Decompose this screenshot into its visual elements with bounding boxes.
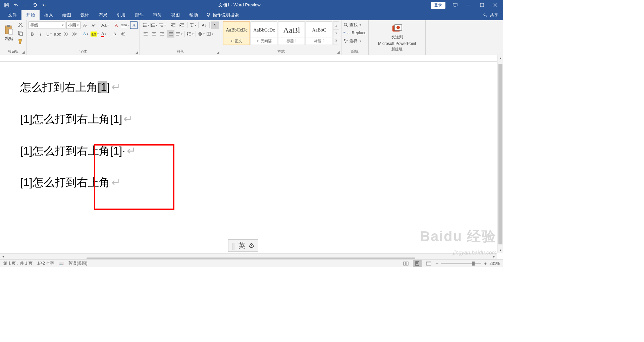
style-item-3[interactable]: AaBbC标题 2 xyxy=(306,21,332,45)
strike-button[interactable]: abc xyxy=(54,30,61,38)
tab-references[interactable]: 引用 xyxy=(112,10,130,20)
scroll-up-icon[interactable]: ▴ xyxy=(497,55,503,61)
scroll-thumb[interactable] xyxy=(498,64,502,244)
zoom-thumb[interactable] xyxy=(472,262,475,266)
zoom-out-icon[interactable]: − xyxy=(436,261,438,266)
shrink-font-icon[interactable]: A▾ xyxy=(90,21,97,29)
tell-me-search[interactable]: 操作说明搜索 xyxy=(206,12,239,18)
view-print-icon[interactable] xyxy=(413,260,422,267)
paragraph-0[interactable]: 怎么打到右上角[1]↵ xyxy=(20,78,477,96)
font-size-combo[interactable]: 小四▾ xyxy=(66,21,80,29)
scroll-left-icon[interactable]: ◂ xyxy=(0,253,6,260)
highlight-icon[interactable]: ab xyxy=(90,30,99,38)
share-button[interactable]: 共享 xyxy=(490,12,498,18)
styles-down-icon[interactable]: ▾ xyxy=(333,30,339,37)
close-icon[interactable] xyxy=(489,0,502,10)
style-item-0[interactable]: AaBbCcDc↵ 正文 xyxy=(223,21,250,45)
styles-up-icon[interactable]: ▴ xyxy=(333,22,339,30)
select-button[interactable]: 选择▾ xyxy=(343,38,366,44)
paste-button[interactable]: 粘贴 xyxy=(2,21,16,44)
format-painter-icon[interactable] xyxy=(17,38,24,45)
enclose-char-icon[interactable]: ㊕ xyxy=(119,30,127,38)
show-marks-icon[interactable]: ¶ xyxy=(211,21,219,29)
indent-dec-icon[interactable] xyxy=(170,21,177,29)
save-icon[interactable] xyxy=(3,1,11,9)
minimize-icon[interactable] xyxy=(462,0,475,10)
undo-dropdown[interactable] xyxy=(21,1,30,9)
italic-button[interactable]: I xyxy=(37,30,44,38)
copy-icon[interactable] xyxy=(17,30,24,37)
underline-button[interactable]: U xyxy=(45,30,53,38)
spellcheck-icon[interactable]: 📖 xyxy=(59,261,64,266)
text-direction-icon[interactable] xyxy=(189,21,197,29)
style-item-2[interactable]: AaBl标题 1 xyxy=(278,21,305,45)
zoom-slider[interactable] xyxy=(441,263,481,264)
styles-more-icon[interactable]: ⊻ xyxy=(333,37,339,45)
paragraph-1[interactable]: [1]怎么打到右上角[1]↵ xyxy=(20,110,477,128)
sort-icon[interactable]: A↓ xyxy=(200,21,208,29)
tab-view[interactable]: 视图 xyxy=(166,10,184,20)
indent-inc-icon[interactable] xyxy=(178,21,185,29)
maximize-icon[interactable] xyxy=(476,0,488,10)
subscript-button[interactable]: X2 xyxy=(62,30,70,38)
align-right-icon[interactable] xyxy=(159,30,166,38)
borders-icon[interactable] xyxy=(206,30,213,38)
align-center-icon[interactable] xyxy=(150,30,158,38)
multilevel-icon[interactable] xyxy=(159,21,166,29)
align-left-icon[interactable] xyxy=(142,30,149,38)
ime-settings-icon[interactable]: ⚙ xyxy=(249,242,255,250)
justify-icon[interactable] xyxy=(167,30,174,38)
tab-help[interactable]: 帮助 xyxy=(184,10,203,20)
document-page[interactable]: 怎么打到右上角[1]↵[1]怎么打到右上角[1]↵[1]怎么打到右上角[1]·↵… xyxy=(0,62,497,253)
paragraph-2[interactable]: [1]怎么打到右上角[1]·↵ xyxy=(20,142,477,160)
collapse-ribbon-icon[interactable]: ˆ xyxy=(499,49,500,53)
status-page[interactable]: 第 1 页，共 1 页 xyxy=(3,261,33,266)
vertical-scrollbar[interactable]: ▴ ▾ xyxy=(497,55,503,253)
paragraph-3[interactable]: [1]怎么打到右上角↵ xyxy=(20,174,477,191)
char-shading-icon[interactable]: A xyxy=(111,30,118,38)
text-effects-icon[interactable]: A xyxy=(82,30,89,38)
clipboard-launcher-icon[interactable]: ◢ xyxy=(22,50,25,54)
zoom-in-icon[interactable]: + xyxy=(484,261,487,266)
change-case-icon[interactable]: Aa xyxy=(101,21,109,29)
bullets-icon[interactable] xyxy=(142,21,149,29)
view-read-icon[interactable] xyxy=(401,260,410,267)
font-color-icon[interactable]: A xyxy=(100,30,107,38)
shading-icon[interactable] xyxy=(198,30,205,38)
grow-font-icon[interactable]: A▴ xyxy=(82,21,89,29)
char-border-icon[interactable]: A xyxy=(130,21,138,29)
qat-customize[interactable]: ▾ xyxy=(40,1,48,9)
view-web-icon[interactable] xyxy=(424,260,433,267)
redo-icon[interactable] xyxy=(31,1,39,9)
scroll-down-icon[interactable]: ▾ xyxy=(497,247,503,253)
tab-insert[interactable]: 插入 xyxy=(40,10,58,20)
line-spacing-icon[interactable] xyxy=(186,30,194,38)
font-name-combo[interactable]: 等线▾ xyxy=(29,21,65,29)
cut-icon[interactable] xyxy=(17,21,24,29)
replace-button[interactable]: ᵃᵇ↔Replace xyxy=(343,30,366,36)
find-button[interactable]: 查找▾ xyxy=(343,21,366,28)
scroll-right-icon[interactable]: ▸ xyxy=(491,253,497,260)
undo-icon[interactable] xyxy=(12,1,20,9)
superscript-button[interactable]: X2 xyxy=(71,30,78,38)
tab-design[interactable]: 设计 xyxy=(76,10,94,20)
distribute-icon[interactable] xyxy=(175,30,183,38)
paragraph-launcher-icon[interactable]: ◢ xyxy=(217,50,219,54)
status-words[interactable]: 1/42 个字 xyxy=(37,261,54,266)
status-language[interactable]: 英语(美国) xyxy=(68,261,87,266)
bold-button[interactable]: B xyxy=(29,30,36,38)
tab-draw[interactable]: 绘图 xyxy=(58,10,76,20)
styles-launcher-icon[interactable]: ◢ xyxy=(337,50,340,54)
ribbon-display-icon[interactable] xyxy=(449,0,462,10)
style-item-1[interactable]: AaBbCcDc↵ 无间隔 xyxy=(251,21,277,45)
numbering-icon[interactable]: 123 xyxy=(150,21,158,29)
send-to-ppt-button[interactable]: 发送到 Microsoft PowerPoint xyxy=(378,24,416,46)
tab-review[interactable]: 审阅 xyxy=(148,10,166,20)
login-button[interactable]: 登录 xyxy=(431,2,445,9)
horizontal-scrollbar[interactable]: ◂ ▸ xyxy=(0,253,497,259)
zoom-value[interactable]: 231% xyxy=(489,261,500,266)
tab-home[interactable]: 开始 xyxy=(21,10,40,20)
clear-format-icon[interactable]: A xyxy=(113,21,120,29)
ime-bar[interactable]: ‖ 英 ⚙ xyxy=(228,239,258,252)
phonetic-guide-icon[interactable]: wén xyxy=(121,21,129,29)
